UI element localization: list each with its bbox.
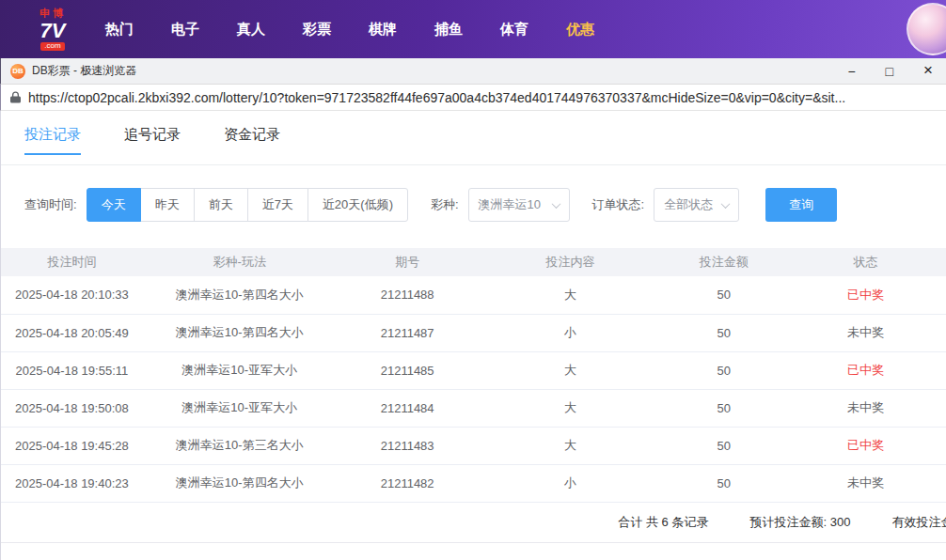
cell-amount: 50	[662, 389, 785, 427]
menu-item-live[interactable]: 真人	[237, 21, 265, 39]
user-avatar[interactable]	[907, 3, 946, 55]
menu-item-fishing[interactable]: 捕鱼	[434, 21, 463, 39]
col-header-game: 彩种-玩法	[143, 248, 337, 276]
cell-amount: 50	[662, 314, 785, 351]
cell-content: 大	[479, 389, 663, 427]
cell-content: 大	[479, 427, 663, 464]
cell-content: 小	[479, 464, 663, 502]
table-row: 2025-04-18 19:45:28 澳洲幸运10-第三名大小 2121148…	[1, 427, 946, 464]
cell-amount: 50	[662, 351, 785, 389]
brand-logo-main: 7V	[40, 20, 66, 42]
table-row: 2025-04-18 20:10:33 澳洲幸运10-第四名大小 2121148…	[1, 276, 946, 314]
time-filter-today[interactable]: 今天	[87, 188, 141, 222]
brand-logo[interactable]: 申博 7V .com	[39, 8, 66, 50]
cell-time: 2025-04-18 19:50:08	[1, 389, 143, 427]
lottery-select-label: 彩种:	[431, 196, 459, 213]
menu-item-slots[interactable]: 电子	[171, 21, 199, 39]
cell-amount: 50	[662, 427, 785, 464]
col-header-amount: 投注金额	[662, 248, 785, 276]
status-badge: 已中奖	[785, 351, 946, 389]
address-bar[interactable]: https://ctop02pcali.2kbxi392.com/lottery…	[0, 85, 946, 111]
record-tabs: 投注记录 追号记录 资金记录	[1, 111, 946, 165]
cell-game: 澳洲幸运10-亚军大小	[143, 351, 337, 389]
menu-item-sports[interactable]: 体育	[500, 21, 528, 39]
cell-amount: 50	[662, 464, 785, 502]
cell-issue: 21211483	[337, 427, 479, 464]
summary-expected-amount: 预计投注金额: 300	[749, 514, 850, 531]
col-header-time: 投注时间	[1, 248, 143, 276]
table-row: 2025-04-18 19:55:11 澳洲幸运10-亚军大小 21211485…	[1, 351, 946, 389]
order-status-select[interactable]: 全部状态	[654, 188, 739, 222]
lottery-records-page: 投注记录 追号记录 资金记录 查询时间: 今天 昨天 前天 近7天 近20天(低…	[0, 111, 946, 560]
status-badge: 未中奖	[785, 389, 946, 427]
bet-records-table: 投注时间 彩种-玩法 期号 投注内容 投注金额 状态 2025-04-18 20…	[1, 248, 946, 503]
order-status-label: 订单状态:	[592, 196, 645, 213]
tab-chase-records[interactable]: 追号记录	[124, 126, 181, 155]
table-row: 2025-04-18 20:05:49 澳洲幸运10-第四名大小 2121148…	[1, 314, 946, 351]
cell-time: 2025-04-18 19:45:28	[1, 427, 143, 464]
lock-icon	[10, 91, 21, 103]
status-badge: 未中奖	[785, 464, 946, 502]
cell-amount: 50	[662, 276, 785, 314]
cell-time: 2025-04-18 19:55:11	[1, 351, 143, 389]
cell-content: 大	[479, 351, 663, 389]
summary-total-records: 合计 共 6 条记录	[618, 514, 708, 531]
time-filter-group: 今天 昨天 前天 近7天 近20天(低频)	[87, 188, 408, 222]
time-filter-7days[interactable]: 近7天	[247, 188, 308, 222]
time-filter-20days[interactable]: 近20天(低频)	[307, 188, 408, 222]
chevron-down-icon	[551, 199, 560, 209]
cell-issue: 21211488	[337, 276, 479, 314]
site-top-nav: 申博 7V .com 热门 电子 真人 彩票 棋牌 捕鱼 体育 优惠	[0, 0, 946, 58]
status-badge: 未中奖	[785, 314, 946, 351]
cell-issue: 21211487	[337, 314, 479, 351]
col-header-content: 投注内容	[479, 248, 663, 276]
window-controls: − □ ×	[847, 64, 933, 79]
summary-bar: 合计 共 6 条记录 预计投注金额: 300 有效投注金额:	[1, 503, 946, 543]
menu-item-promo[interactable]: 优惠	[566, 21, 594, 39]
menu-item-cards[interactable]: 棋牌	[369, 21, 397, 39]
cell-issue: 21211485	[337, 351, 479, 389]
order-status-value: 全部状态	[664, 196, 713, 213]
main-menu: 热门 电子 真人 彩票 棋牌 捕鱼 体育 优惠	[105, 21, 594, 39]
cell-content: 小	[479, 314, 663, 351]
lottery-select-value: 澳洲幸运10	[479, 196, 541, 213]
status-badge: 已中奖	[785, 427, 946, 464]
search-button[interactable]: 查询	[765, 188, 837, 222]
chevron-down-icon	[721, 199, 731, 209]
table-header-row: 投注时间 彩种-玩法 期号 投注内容 投注金额 状态	[1, 248, 946, 276]
tab-bet-records[interactable]: 投注记录	[24, 126, 81, 155]
browser-app-icon: DB	[10, 64, 25, 79]
table-row: 2025-04-18 19:40:23 澳洲幸运10-第四名大小 2121148…	[1, 464, 946, 502]
time-filter-daybefore[interactable]: 前天	[194, 188, 248, 222]
brand-logo-top: 申博	[39, 8, 66, 19]
browser-title-bar: DB DB彩票 - 极速浏览器 − □ ×	[0, 58, 946, 85]
minimize-icon[interactable]: −	[847, 64, 855, 79]
time-filter-yesterday[interactable]: 昨天	[140, 188, 195, 222]
cell-content: 大	[479, 276, 663, 314]
cell-issue: 21211484	[337, 389, 479, 427]
col-header-issue: 期号	[337, 248, 479, 276]
cell-game: 澳洲幸运10-第四名大小	[143, 464, 337, 502]
url-text: https://ctop02pcali.2kbxi392.com/lottery…	[28, 90, 845, 105]
maximize-icon[interactable]: □	[886, 64, 893, 79]
time-filter-label: 查询时间:	[24, 196, 77, 213]
summary-valid-amount: 有效投注金额:	[891, 514, 946, 531]
menu-item-lottery[interactable]: 彩票	[303, 21, 331, 39]
cell-game: 澳洲幸运10-第三名大小	[143, 427, 337, 464]
cell-time: 2025-04-18 20:05:49	[1, 314, 143, 351]
cell-game: 澳洲幸运10-亚军大小	[143, 389, 337, 427]
filter-bar: 查询时间: 今天 昨天 前天 近7天 近20天(低频) 彩种: 澳洲幸运10 订…	[24, 188, 922, 222]
menu-item-hot[interactable]: 热门	[105, 21, 134, 39]
table-row: 2025-04-18 19:50:08 澳洲幸运10-亚军大小 21211484…	[1, 389, 946, 427]
close-icon[interactable]: ×	[923, 64, 933, 79]
status-badge: 已中奖	[785, 276, 946, 314]
cell-time: 2025-04-18 19:40:23	[1, 464, 143, 502]
lottery-select[interactable]: 澳洲幸运10	[468, 188, 570, 222]
window-title: DB彩票 - 极速浏览器	[32, 63, 136, 79]
tab-fund-records[interactable]: 资金记录	[224, 126, 280, 155]
col-header-status: 状态	[785, 248, 946, 276]
cell-game: 澳洲幸运10-第四名大小	[143, 276, 337, 314]
cell-issue: 21211482	[337, 464, 479, 502]
cell-game: 澳洲幸运10-第四名大小	[143, 314, 337, 351]
brand-logo-suffix: .com	[40, 42, 64, 51]
